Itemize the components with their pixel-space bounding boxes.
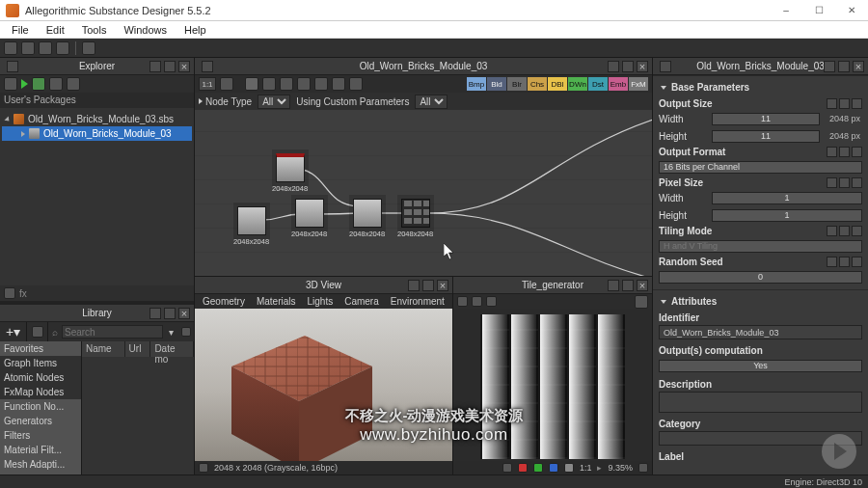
refresh-explorer-icon[interactable] bbox=[49, 77, 63, 91]
library-search-input[interactable] bbox=[62, 325, 163, 339]
menu-materials[interactable]: Materials bbox=[253, 296, 300, 307]
undock-icon[interactable] bbox=[149, 61, 161, 72]
library-categories[interactable]: Favorites Graph Items Atomic Nodes FxMap… bbox=[0, 341, 82, 474]
compute-icon[interactable] bbox=[21, 79, 28, 89]
output-chip-emb[interactable]: Emb bbox=[609, 77, 628, 91]
lib-cat[interactable]: Filters bbox=[0, 428, 81, 443]
lib-cat[interactable]: Mesh Adapti... bbox=[0, 457, 81, 472]
undock-icon[interactable] bbox=[608, 280, 619, 291]
minimize-button[interactable]: – bbox=[770, 0, 802, 21]
undock-icon[interactable] bbox=[824, 61, 835, 72]
3d-viewport[interactable] bbox=[195, 309, 452, 461]
maximize-button[interactable]: ☐ bbox=[802, 0, 835, 21]
undock-icon[interactable] bbox=[149, 308, 161, 319]
attributes-title[interactable]: Attributes bbox=[659, 293, 862, 310]
inherit-icon[interactable] bbox=[827, 177, 837, 188]
graph-node[interactable]: 2048x2048 bbox=[397, 199, 433, 238]
save-all-icon[interactable] bbox=[39, 41, 52, 55]
add-filter-button[interactable]: +▾ bbox=[0, 322, 27, 341]
lib-cat[interactable]: FxMap Nodes bbox=[0, 385, 81, 399]
close-panel-icon[interactable] bbox=[637, 280, 648, 291]
reset-icon[interactable] bbox=[839, 177, 850, 188]
menu-icon[interactable] bbox=[852, 177, 862, 188]
lib-cat[interactable]: Generators bbox=[0, 414, 81, 428]
list-view-icon[interactable] bbox=[178, 327, 194, 337]
output-chip-fxm[interactable]: FxM bbox=[629, 77, 648, 91]
link-icon[interactable] bbox=[4, 77, 17, 91]
graph-node[interactable]: 2048x2048 bbox=[291, 199, 327, 238]
graph-node[interactable]: 2048x2048 bbox=[272, 153, 308, 193]
lib-cat[interactable]: Graph Items bbox=[0, 356, 81, 370]
menu-windows[interactable]: Windows bbox=[116, 24, 175, 36]
maximize-panel-icon[interactable] bbox=[422, 280, 434, 291]
maximize-panel-icon[interactable] bbox=[838, 61, 850, 72]
menu-lights[interactable]: Lights bbox=[303, 296, 337, 307]
identifier-field[interactable]: Old_Worn_Bricks_Module_03 bbox=[659, 325, 862, 339]
menu-tools[interactable]: Tools bbox=[74, 24, 115, 36]
menu-icon[interactable] bbox=[852, 147, 862, 157]
menu-camera[interactable]: Camera bbox=[340, 296, 383, 307]
refresh-icon[interactable] bbox=[82, 41, 95, 55]
category-field[interactable] bbox=[659, 431, 862, 446]
tool-icon[interactable] bbox=[245, 77, 258, 91]
menu-edit[interactable]: Edit bbox=[39, 24, 72, 36]
panel-menu-icon[interactable] bbox=[7, 61, 18, 72]
menu-icon[interactable] bbox=[852, 98, 862, 109]
col-date[interactable]: Date mo bbox=[150, 341, 194, 357]
output-chip-bld[interactable]: Bld bbox=[487, 77, 506, 91]
inherit-icon[interactable] bbox=[827, 98, 837, 109]
checker-icon[interactable] bbox=[472, 296, 482, 307]
pixel-width-input[interactable]: 1 bbox=[712, 192, 862, 204]
zoom-ratio[interactable]: 1:1 bbox=[199, 77, 216, 91]
lib-cat[interactable]: Atomic Nodes bbox=[0, 370, 81, 385]
pin-icon[interactable] bbox=[660, 61, 671, 72]
menu-geometry[interactable]: Geometry bbox=[199, 296, 249, 307]
undock-icon[interactable] bbox=[608, 61, 619, 72]
inherit-icon[interactable] bbox=[827, 226, 837, 236]
lib-cat-favorites[interactable]: Favorites bbox=[0, 341, 81, 356]
tool-icon[interactable] bbox=[349, 77, 363, 91]
save-icon[interactable] bbox=[56, 41, 69, 55]
properties-panel[interactable]: Base Parameters Output Size Width 11 204… bbox=[653, 75, 868, 474]
reset-icon[interactable] bbox=[839, 98, 850, 109]
close-panel-icon[interactable] bbox=[178, 308, 190, 319]
output-chip-bmp[interactable]: Bmp bbox=[467, 77, 486, 91]
lib-cat[interactable]: Functions bbox=[0, 472, 81, 474]
col-url[interactable]: Url bbox=[125, 341, 151, 357]
filter-icon[interactable]: ▾ bbox=[163, 327, 178, 338]
maximize-panel-icon[interactable] bbox=[622, 280, 634, 291]
tool-icon[interactable] bbox=[332, 77, 345, 91]
pixel-height-input[interactable]: 1 bbox=[712, 209, 862, 222]
output-chip-dbl[interactable]: DBl bbox=[548, 77, 567, 91]
fit-icon[interactable] bbox=[638, 463, 648, 473]
outputs-comp-select[interactable]: Yes bbox=[659, 360, 862, 372]
close-panel-icon[interactable] bbox=[178, 61, 190, 72]
menu-file[interactable]: File bbox=[4, 24, 37, 36]
lib-cat[interactable]: Material Filt... bbox=[0, 443, 81, 457]
close-panel-icon[interactable] bbox=[437, 280, 448, 291]
close-panel-icon[interactable] bbox=[853, 61, 864, 72]
inherit-icon[interactable] bbox=[827, 147, 837, 157]
tool-icon[interactable] bbox=[262, 77, 276, 91]
output-width-input[interactable]: 11 bbox=[712, 113, 820, 125]
graph-node[interactable]: 2048x2048 bbox=[349, 199, 385, 238]
expand-icon[interactable] bbox=[4, 116, 11, 122]
output-chip-dst[interactable]: Dst bbox=[588, 77, 608, 91]
menu-icon[interactable] bbox=[852, 226, 862, 236]
new-substance-icon[interactable] bbox=[4, 41, 17, 55]
lib-cat[interactable]: Function No... bbox=[0, 399, 81, 414]
expand-icon[interactable] bbox=[21, 131, 25, 137]
open-icon[interactable] bbox=[21, 41, 35, 55]
compute-mode-icon[interactable] bbox=[32, 77, 45, 91]
tree-item-sbs[interactable]: Old_Worn_Bricks_Module_03.sbs bbox=[2, 112, 192, 126]
menu-help[interactable]: Help bbox=[176, 24, 214, 36]
option-icon[interactable] bbox=[486, 296, 497, 307]
footer-icon[interactable] bbox=[4, 287, 15, 299]
inherit-icon[interactable] bbox=[827, 257, 837, 267]
menu-icon[interactable] bbox=[852, 257, 862, 267]
output-chip-blr[interactable]: Blr bbox=[507, 77, 527, 91]
output-height-input[interactable]: 11 bbox=[712, 130, 820, 143]
node-graph-canvas[interactable]: 2048x20482048x20482048x20482048x20482048… bbox=[195, 110, 652, 276]
tiling-mode-select[interactable]: H and V Tiling bbox=[659, 240, 862, 253]
reset-icon[interactable] bbox=[839, 226, 850, 236]
